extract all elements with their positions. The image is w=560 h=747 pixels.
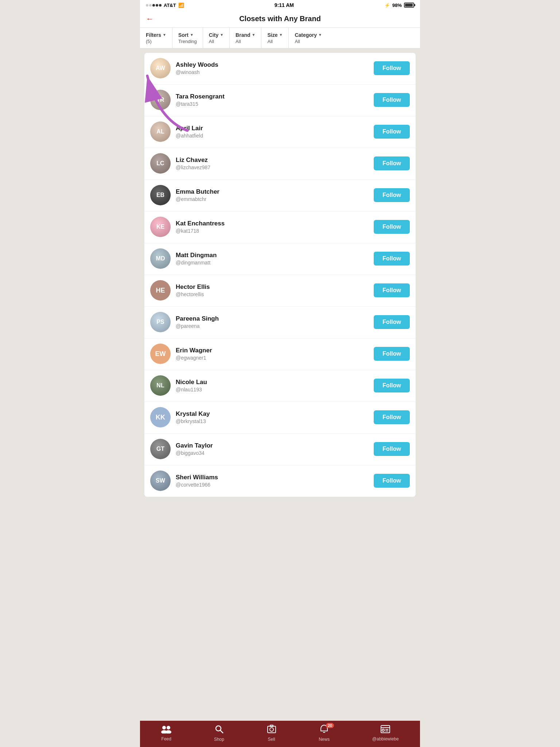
list-item: SWSheri Williams@corvette1966Follow xyxy=(144,465,416,496)
back-button[interactable]: ← xyxy=(146,14,154,24)
list-item: NLNicole Lau@nlau1193Follow xyxy=(144,370,416,401)
user-info: Nicole Lau@nlau1193 xyxy=(176,379,374,392)
user-name: Matt Dingman xyxy=(176,252,374,259)
user-handle: @lizchavez987 xyxy=(176,165,374,170)
filter-item-brand[interactable]: Brand ▼ All xyxy=(230,28,261,48)
follow-button[interactable]: Follow xyxy=(374,379,410,392)
user-name: Hector Ellis xyxy=(176,283,374,291)
avatar: NL xyxy=(150,375,171,396)
user-info: Gavin Taylor@biggavo34 xyxy=(176,442,374,456)
follow-button[interactable]: Follow xyxy=(374,93,410,107)
user-handle: @hectorellis xyxy=(176,291,374,297)
follow-button[interactable]: Follow xyxy=(374,347,410,361)
filter-label-size: Size ▼ xyxy=(267,32,283,38)
chevron-icon-size: ▼ xyxy=(279,33,283,37)
status-bar: AT&T 📶 9:11 AM ⚡ 98% xyxy=(140,0,420,10)
page-content: AWAshley Woods@winoashFollowTRTara Rosen… xyxy=(140,49,420,530)
user-name: Kat Enchantress xyxy=(176,220,374,227)
follow-button[interactable]: Follow xyxy=(374,61,410,75)
filter-item-category[interactable]: Category ▼ All xyxy=(289,28,328,48)
filter-label-sort: Sort ▼ xyxy=(178,32,194,38)
user-handle: @emmabtchr xyxy=(176,196,374,202)
status-left: AT&T 📶 xyxy=(146,3,184,8)
user-handle: @biggavo34 xyxy=(176,450,374,456)
user-handle: @tara315 xyxy=(176,101,374,107)
follow-button[interactable]: Follow xyxy=(374,410,410,424)
avatar: AL xyxy=(150,121,171,142)
follow-button[interactable]: Follow xyxy=(374,220,410,234)
battery-icon xyxy=(404,3,414,8)
user-name: Liz Chavez xyxy=(176,156,374,164)
follow-button[interactable]: Follow xyxy=(374,252,410,266)
list-item: ALApril Lair@ahhatfieldFollow xyxy=(144,116,416,147)
avatar: LC xyxy=(150,153,171,174)
user-handle: @brkrystal13 xyxy=(176,418,374,424)
list-item: KEKat Enchantress@kat1718Follow xyxy=(144,211,416,242)
list-item: LCLiz Chavez@lizchavez987Follow xyxy=(144,148,416,179)
chevron-icon: ▼ xyxy=(163,33,166,37)
user-handle: @ahhatfield xyxy=(176,133,374,139)
user-handle: @nlau1193 xyxy=(176,387,374,392)
battery-label: 98% xyxy=(392,3,402,8)
avatar: MD xyxy=(150,248,171,269)
user-handle: @egwagner1 xyxy=(176,355,374,361)
follow-button[interactable]: Follow xyxy=(374,315,410,329)
filter-sub-size: All xyxy=(267,39,272,44)
user-name: Sheri Williams xyxy=(176,474,374,481)
follow-button[interactable]: Follow xyxy=(374,156,410,170)
time-label: 9:11 AM xyxy=(275,2,294,8)
carrier-label: AT&T xyxy=(164,3,176,8)
list-item: EBEmma Butcher@emmabtchrFollow xyxy=(144,179,416,210)
list-item: TRTara Rosengrant@tara315Follow xyxy=(144,84,416,115)
avatar: HE xyxy=(150,280,171,301)
user-list: AWAshley Woods@winoashFollowTRTara Rosen… xyxy=(140,49,420,501)
user-handle: @pareena xyxy=(176,323,374,329)
user-name: Emma Butcher xyxy=(176,188,374,196)
avatar: SW xyxy=(150,471,171,491)
avatar: KE xyxy=(150,217,171,237)
user-info: Sheri Williams@corvette1966 xyxy=(176,474,374,488)
list-item: GTGavin Taylor@biggavo34Follow xyxy=(144,433,416,464)
filter-label-city: City ▼ xyxy=(209,32,223,38)
user-name: Krystal Kay xyxy=(176,410,374,418)
filter-label-brand: Brand ▼ xyxy=(236,32,255,38)
user-info: Liz Chavez@lizchavez987 xyxy=(176,156,374,170)
user-info: April Lair@ahhatfield xyxy=(176,125,374,139)
user-handle: @dingmanmatt xyxy=(176,260,374,266)
user-name: Ashley Woods xyxy=(176,61,374,69)
list-item: AWAshley Woods@winoashFollow xyxy=(144,53,416,84)
user-name: Erin Wagner xyxy=(176,347,374,354)
user-info: Krystal Kay@brkrystal13 xyxy=(176,410,374,424)
follow-button[interactable]: Follow xyxy=(374,125,410,139)
user-info: Hector Ellis@hectorellis xyxy=(176,283,374,297)
follow-button[interactable]: Follow xyxy=(374,474,410,488)
user-info: Tara Rosengrant@tara315 xyxy=(176,93,374,107)
user-name: Pareena Singh xyxy=(176,315,374,322)
user-info: Emma Butcher@emmabtchr xyxy=(176,188,374,202)
avatar: EW xyxy=(150,344,171,364)
follow-button[interactable]: Follow xyxy=(374,188,410,202)
filter-sub-brand: All xyxy=(236,39,241,44)
user-info: Pareena Singh@pareena xyxy=(176,315,374,329)
avatar: GT xyxy=(150,439,171,459)
follow-button[interactable]: Follow xyxy=(374,442,410,456)
list-item: EWErin Wagner@egwagner1Follow xyxy=(144,338,416,369)
filter-item-size[interactable]: Size ▼ All xyxy=(261,28,289,48)
filter-item-sort[interactable]: Sort ▼ Trending xyxy=(172,28,203,48)
user-name: Gavin Taylor xyxy=(176,442,374,449)
user-handle: @corvette1966 xyxy=(176,482,374,488)
filter-item-city[interactable]: City ▼ All xyxy=(203,28,230,48)
avatar: TR xyxy=(150,90,171,110)
filter-label-filters: Filters ▼ xyxy=(146,32,166,38)
user-handle: @winoash xyxy=(176,69,374,75)
filter-label-category: Category ▼ xyxy=(295,32,322,38)
follow-button[interactable]: Follow xyxy=(374,283,410,297)
filter-item-filters[interactable]: Filters ▼ (5) xyxy=(140,28,172,48)
user-info: Ashley Woods@winoash xyxy=(176,61,374,75)
list-item: PSPareena Singh@pareenaFollow xyxy=(144,306,416,337)
avatar: KK xyxy=(150,407,171,427)
list-item: KKKrystal Kay@brkrystal13Follow xyxy=(144,402,416,433)
filter-sub-filters: (5) xyxy=(146,39,152,44)
chevron-icon-sort: ▼ xyxy=(190,33,194,37)
filter-sub-city: All xyxy=(209,39,214,44)
